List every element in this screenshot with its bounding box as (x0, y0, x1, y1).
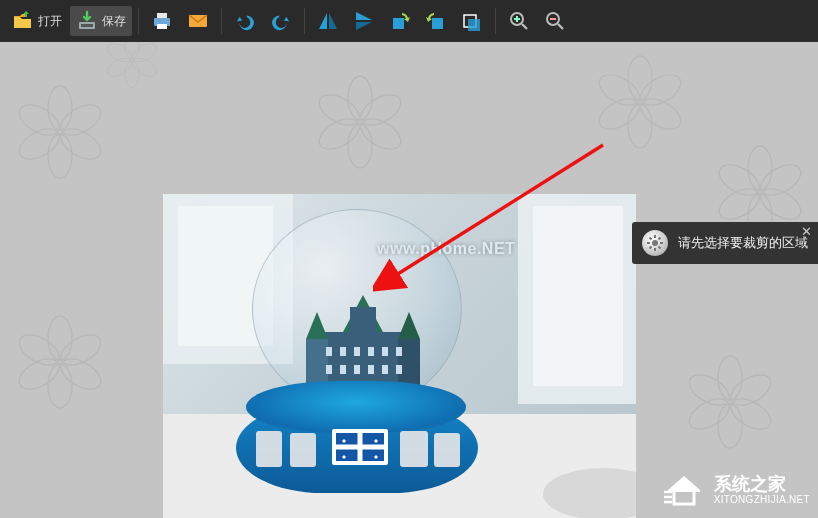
open-button[interactable]: 打开 (6, 6, 68, 36)
undo-button[interactable] (228, 6, 262, 36)
zoom-out-button[interactable] (538, 6, 572, 36)
open-label: 打开 (38, 13, 62, 30)
svg-rect-37 (326, 365, 332, 374)
svg-rect-41 (382, 365, 388, 374)
crop-icon (461, 10, 483, 32)
svg-rect-6 (393, 18, 404, 29)
brand-logo-icon (662, 468, 706, 512)
brand-name-cn: 系统之家 (714, 475, 810, 495)
print-button[interactable] (145, 6, 179, 36)
flip-vertical-icon (353, 10, 375, 32)
separator (221, 8, 222, 34)
svg-rect-30 (350, 307, 376, 335)
svg-rect-34 (368, 347, 374, 356)
svg-rect-33 (354, 347, 360, 356)
svg-rect-40 (368, 365, 374, 374)
tooltip-text: 请先选择要裁剪的区域 (678, 234, 808, 252)
svg-rect-1 (81, 24, 93, 27)
svg-rect-39 (354, 365, 360, 374)
email-button[interactable] (181, 6, 215, 36)
email-icon (187, 10, 209, 32)
svg-rect-48 (434, 433, 460, 467)
svg-rect-32 (340, 347, 346, 356)
separator (495, 8, 496, 34)
flip-vertical-button[interactable] (347, 6, 381, 36)
flip-horizontal-button[interactable] (311, 6, 345, 36)
svg-rect-35 (382, 347, 388, 356)
tooltip-close-button[interactable]: ✕ (801, 224, 812, 239)
rotate-right-icon (425, 10, 447, 32)
save-button[interactable]: 保存 (70, 6, 132, 36)
svg-rect-4 (157, 24, 167, 29)
save-download-icon (76, 10, 98, 32)
rotate-left-button[interactable] (383, 6, 417, 36)
svg-marker-28 (306, 312, 328, 339)
printer-icon (151, 10, 173, 32)
svg-rect-21 (533, 206, 623, 386)
svg-rect-42 (396, 365, 402, 374)
image-viewer[interactable]: www.pHome.NET (163, 194, 636, 518)
flip-horizontal-icon (317, 10, 339, 32)
svg-rect-31 (326, 347, 332, 356)
svg-rect-9 (468, 19, 480, 31)
brand-name-en: XITONGZHIJIA.NET (714, 494, 810, 505)
separator (138, 8, 139, 34)
center-watermark: www.pHome.NET (377, 240, 515, 258)
svg-rect-36 (396, 347, 402, 356)
svg-rect-38 (340, 365, 346, 374)
zoom-in-icon (508, 10, 530, 32)
zoom-out-icon (544, 10, 566, 32)
brand-watermark: 系统之家 XITONGZHIJIA.NET (662, 468, 810, 512)
undo-icon (234, 10, 256, 32)
svg-rect-45 (256, 431, 282, 467)
svg-rect-51 (674, 490, 694, 504)
crop-hint-tooltip: 请先选择要裁剪的区域 ✕ (632, 222, 818, 264)
open-folder-icon (12, 10, 34, 32)
svg-point-50 (652, 240, 658, 246)
gear-icon (642, 230, 668, 256)
svg-rect-46 (290, 433, 316, 467)
zoom-in-button[interactable] (502, 6, 536, 36)
separator (304, 8, 305, 34)
redo-icon (270, 10, 292, 32)
save-label: 保存 (102, 13, 126, 30)
rotate-left-icon (389, 10, 411, 32)
crop-button[interactable] (455, 6, 489, 36)
rotate-right-button[interactable] (419, 6, 453, 36)
svg-rect-3 (157, 13, 167, 18)
main-toolbar: 打开 保存 (0, 0, 818, 42)
svg-marker-29 (398, 312, 420, 339)
svg-rect-7 (432, 18, 443, 29)
svg-rect-47 (400, 431, 428, 467)
canvas-area[interactable]: www.pHome.NET 请先选择要裁剪的区域 ✕ 系统之家 XITONGZH… (0, 42, 818, 518)
redo-button[interactable] (264, 6, 298, 36)
